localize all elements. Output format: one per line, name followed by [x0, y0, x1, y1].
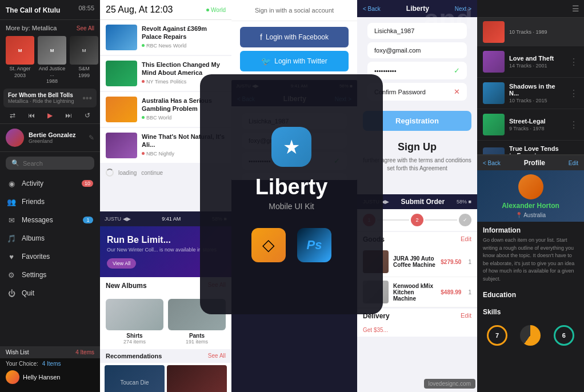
- now-playing-info: For Whom the Bell Tolls Metallica · Ride…: [8, 92, 82, 104]
- music-item-2[interactable]: Shadows in the N... 10 Tracks · 2015 ⋮: [477, 78, 584, 109]
- profile-top-bar: < Back Profile Edit: [477, 155, 584, 170]
- facebook-login-button[interactable]: f Login with Facebook: [240, 27, 349, 47]
- now-playing-bar[interactable]: For Whom the Bell Tolls Metallica · Ride…: [3, 89, 97, 107]
- shirt-name: Shirts: [106, 333, 163, 339]
- music-item-3[interactable]: Street-Legal 9 Tracks · 1978 ⋮: [477, 109, 584, 141]
- pants-count: 191 items: [168, 339, 226, 345]
- music-meta-1: 14 Tracks · 2001: [509, 63, 565, 69]
- rec-see-all[interactable]: See All: [208, 353, 226, 359]
- first-track-row[interactable]: 10 Tracks · 1989: [477, 18, 584, 46]
- search-input[interactable]: [23, 160, 89, 167]
- user-name: Bertie Gonzalez: [29, 131, 76, 138]
- source-dot-4: [142, 152, 145, 155]
- play-icon[interactable]: ▶: [44, 110, 55, 121]
- sidebar-item-favorites[interactable]: ♥ Favorites: [0, 247, 100, 266]
- music-more-1[interactable]: ⋮: [569, 57, 578, 67]
- user-avatar: [6, 129, 24, 147]
- profile-hero: Alexander Horton 📍 Australia: [477, 170, 584, 222]
- album-thumb-2: M: [38, 36, 66, 65]
- reg-check-icon: ✓: [454, 66, 460, 75]
- sidebar-item-settings[interactable]: ⚙ Settings: [0, 266, 100, 284]
- twitter-btn-label: Login with Twitter: [274, 57, 327, 65]
- source-dot-2: [142, 80, 145, 83]
- order-battery: 58% ■: [457, 199, 471, 205]
- progress-line-2: [425, 219, 457, 221]
- social-header: Sign in with a social account: [231, 0, 357, 21]
- repeat-icon[interactable]: ↺: [82, 110, 93, 121]
- user-info: Bertie Gonzalez Greenland: [29, 131, 76, 144]
- watermark: lovedesignc.com: [424, 379, 475, 389]
- music-item-1[interactable]: Love and Theft 14 Tracks · 2001 ⋮: [477, 46, 584, 78]
- now-playing-title: For Whom the Bell Tolls: [8, 92, 82, 98]
- source-dot-3: [142, 116, 145, 119]
- sidebar-item-messages[interactable]: ✉ Messages 1: [0, 211, 100, 229]
- shop-item-shirts[interactable]: Shirts 274 items: [106, 299, 163, 345]
- search-icon: 🔍: [11, 159, 19, 167]
- reg-field-email[interactable]: foxy@gmail.com: [367, 42, 467, 58]
- friends-icon: 👥: [7, 197, 16, 206]
- prev-icon[interactable]: ⏮: [26, 110, 37, 121]
- news-date: 25 Aug, At 12:03: [106, 5, 173, 15]
- source-dot-1: [142, 44, 145, 47]
- twitter-login-button[interactable]: 🐦 Login with Twitter: [240, 51, 349, 71]
- more-by-label: More by: Metallica: [6, 25, 57, 31]
- profile-back-btn[interactable]: < Back: [483, 160, 501, 166]
- news-content-1: Revolt Against £369m Palace Repairs RBC …: [142, 25, 226, 49]
- information-text: Go down each item on your list. Start wr…: [483, 237, 578, 283]
- goods-edit[interactable]: Edit: [461, 235, 471, 243]
- album-title-2: And Justice ...: [38, 66, 66, 77]
- music-title-1: Love and Theft: [509, 55, 565, 62]
- music-app-header: The Call of Ktulu 08:55: [0, 0, 100, 20]
- skill-circle-2: 6: [554, 325, 574, 346]
- music-more-2[interactable]: ⋮: [569, 88, 578, 99]
- sidebar-item-friends[interactable]: 👥 Friends: [0, 193, 100, 211]
- music-meta-3: 9 Tracks · 1978: [509, 126, 565, 131]
- sidebar-item-quit[interactable]: ⏻ Quit: [0, 284, 100, 302]
- loading-text: loading: [118, 170, 137, 176]
- more-by-section: More by: Metallica See All: [0, 20, 100, 36]
- profile-edit-btn[interactable]: Edit: [569, 160, 578, 166]
- news-thumb-2: [106, 61, 137, 86]
- next-icon[interactable]: ⏭: [63, 110, 74, 121]
- messages-badge: 1: [83, 217, 93, 223]
- activity-label: Activity: [22, 179, 76, 187]
- liberty-subtitle: Mobile UI Kit: [269, 202, 314, 211]
- news-thumb-1: [106, 25, 137, 50]
- liberty-overlay: ★ Liberty Mobile UI Kit ◇ Ps: [200, 74, 383, 314]
- sketch-diamond-icon: ◇: [262, 235, 275, 254]
- album-item-2[interactable]: M And Justice ... 1988: [38, 36, 66, 84]
- see-all-link[interactable]: See All: [77, 25, 94, 31]
- goods-qty-2: 1: [468, 289, 471, 295]
- right-menu-icon[interactable]: ☰: [572, 4, 579, 13]
- loader-icon: [106, 169, 114, 177]
- edit-icon[interactable]: ✎: [89, 134, 94, 142]
- shop-status-bar: JUSTU ◀▶: [105, 216, 131, 222]
- delivery-edit[interactable]: Edit: [461, 312, 471, 320]
- quit-icon: ⏻: [7, 289, 16, 298]
- skill-circle-1: 7: [487, 325, 507, 346]
- shuffle-icon[interactable]: ⇄: [7, 110, 18, 121]
- sidebar-item-activity[interactable]: ◉ Activity 10: [0, 174, 100, 193]
- rec-thumb-1: Toucan Die: [105, 365, 165, 392]
- music-more-3[interactable]: ⋮: [569, 119, 578, 130]
- left-music-panel: The Call of Ktulu 08:55 More by: Metalli…: [0, 0, 100, 392]
- search-bar[interactable]: 🔍: [6, 157, 94, 170]
- reg-field-password[interactable]: •••••••••• ✓: [367, 62, 467, 79]
- profile-name: Alexander Horton: [502, 202, 559, 210]
- news-item-1[interactable]: Revolt Against £369m Palace Repairs RBC …: [100, 20, 231, 55]
- more-icon[interactable]: •••: [82, 93, 92, 103]
- goods-price-1: $279.50: [441, 259, 461, 265]
- album-item-3[interactable]: M S&M 1999: [70, 36, 98, 84]
- view-all-button[interactable]: View All: [107, 258, 136, 269]
- album-title-1: St. Anger: [6, 66, 34, 71]
- music-thumb-shadows: [483, 82, 505, 104]
- music-title-2: Shadows in the N...: [509, 83, 565, 97]
- reg-back-btn[interactable]: < Back: [363, 6, 381, 12]
- delivery-price-row: Get $35...: [357, 323, 477, 337]
- album-item-1[interactable]: M St. Anger 2003: [6, 36, 34, 84]
- music-info-3: Street-Legal 9 Tracks · 1978: [509, 118, 565, 131]
- education-title: Education: [483, 291, 578, 299]
- activity-icon: ◉: [7, 179, 16, 188]
- sidebar-item-albums[interactable]: 🎵 Albums: [0, 229, 100, 247]
- photoshop-icon: Ps: [297, 228, 331, 262]
